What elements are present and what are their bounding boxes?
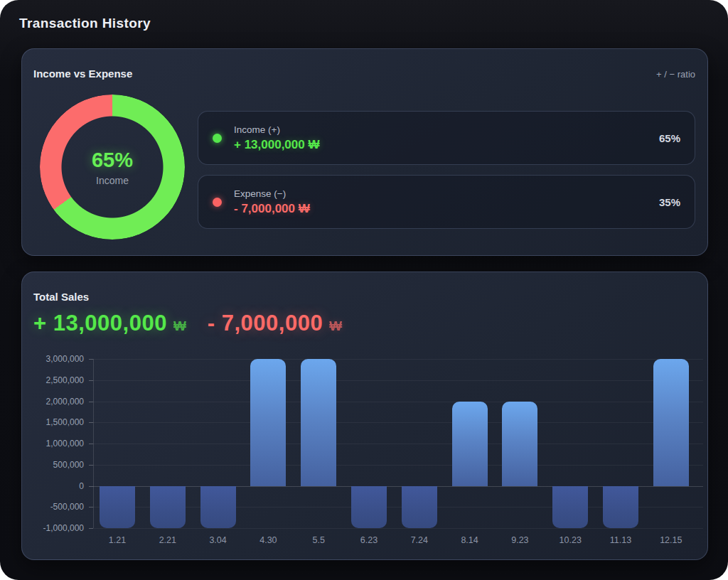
gridline — [93, 465, 703, 466]
won-symbol-expense: ₩ — [329, 318, 342, 334]
income-row-percent: 65% — [659, 132, 680, 144]
won-symbol-income: ₩ — [173, 318, 186, 334]
donut-chart: 65% Income — [40, 95, 185, 240]
x-axis-label: 11.13 — [610, 535, 631, 545]
gridline — [93, 402, 703, 402]
bar[interactable] — [502, 402, 537, 486]
bar[interactable] — [402, 486, 437, 529]
x-axis-label: 7.24 — [411, 535, 428, 545]
y-axis-label: 1,000,000 — [46, 439, 84, 449]
expense-row-percent: 35% — [659, 196, 680, 208]
bar[interactable] — [250, 359, 286, 486]
total-sales-card: Total Sales + 13,000,000 ₩ - 7,000,000 ₩… — [21, 272, 708, 560]
income-row-label: Income (+) — [234, 124, 659, 135]
app-background: Transaction History Income vs Expense + … — [0, 0, 728, 580]
page-title: Transaction History — [19, 16, 151, 31]
y-axis-line — [93, 359, 94, 528]
gridline — [93, 380, 703, 381]
bar[interactable] — [552, 486, 588, 529]
total-expense-amount: - 7,000,000 — [208, 311, 323, 336]
total-income-amount: + 13,000,000 — [33, 311, 167, 336]
x-axis-label: 4.30 — [259, 535, 277, 545]
y-axis-label: 3,000,000 — [46, 354, 84, 364]
gridline — [93, 444, 703, 444]
gridline — [93, 359, 703, 360]
income-row-amount: + 13,000,000 ₩ — [234, 138, 659, 152]
y-axis-label: 0 — [79, 481, 84, 491]
x-axis-label: 12.15 — [660, 535, 682, 545]
ratio-label: + / − ratio — [656, 69, 695, 80]
income-vs-expense-card: Income vs Expense + / − ratio 65% Income… — [21, 48, 708, 256]
expense-row-label: Expense (−) — [234, 188, 659, 199]
bar[interactable] — [200, 486, 236, 529]
y-axis-label: 2,500,000 — [46, 375, 84, 385]
bar[interactable] — [452, 402, 488, 486]
x-axis-label: 2.21 — [159, 535, 176, 545]
donut-percent: 65% — [92, 149, 133, 172]
axis-tick — [89, 528, 93, 529]
x-axis-label: 8.14 — [461, 535, 478, 545]
bar[interactable] — [100, 486, 135, 529]
totals-summary: + 13,000,000 ₩ - 7,000,000 ₩ — [33, 311, 342, 336]
gridline — [93, 528, 703, 529]
gridline — [93, 422, 703, 423]
x-axis-label: 5.5 — [312, 535, 324, 545]
expense-row-amount: - 7,000,000 ₩ — [234, 202, 659, 216]
x-axis-label: 9.23 — [511, 535, 528, 545]
total-sales-title: Total Sales — [33, 291, 89, 303]
bar[interactable] — [653, 359, 689, 486]
y-axis-label: 1,500,000 — [46, 417, 84, 427]
income-dot-icon — [213, 134, 222, 143]
income-vs-expense-title: Income vs Expense — [33, 68, 132, 80]
bar-chart: 3,000,0002,500,0002,000,0001,500,0001,00… — [93, 359, 703, 528]
bar[interactable] — [603, 486, 638, 529]
x-axis-label: 10.23 — [560, 535, 582, 545]
bar[interactable] — [301, 359, 336, 486]
x-axis-label: 3.04 — [209, 535, 226, 545]
expense-row: Expense (−) - 7,000,000 ₩ 35% — [198, 175, 695, 229]
y-axis-label: 2,000,000 — [46, 397, 84, 407]
y-axis-label: -1,000,000 — [43, 523, 84, 533]
y-axis-label: -500,000 — [50, 502, 84, 512]
x-axis-label: 1.21 — [109, 535, 126, 545]
donut-center: 65% Income — [40, 95, 185, 240]
bar[interactable] — [150, 486, 186, 529]
x-axis-label: 6.23 — [360, 535, 378, 545]
donut-center-label: Income — [96, 175, 129, 186]
income-row: Income (+) + 13,000,000 ₩ 65% — [198, 111, 695, 165]
bar[interactable] — [351, 486, 387, 529]
expense-dot-icon — [213, 198, 222, 207]
y-axis-label: 500,000 — [53, 460, 84, 470]
